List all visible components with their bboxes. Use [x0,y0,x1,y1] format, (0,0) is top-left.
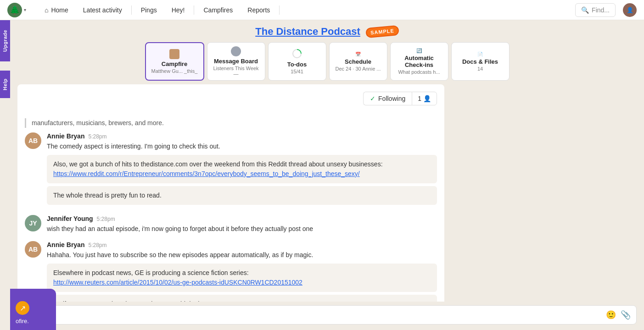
person-icon: 👤 [423,95,431,102]
help-tab[interactable]: Help [0,71,10,98]
project-title-row: The Distance Podcast SAMPLE [255,26,398,38]
message-header-annie-1: Annie Bryan 5:28pm [47,132,437,140]
avatar-jennifer-1: JY [25,215,41,231]
tab-message-board-label: Message Board [214,58,258,65]
message-annie-2: AB Annie Bryan 5:28pm Hahaha. You just h… [25,241,437,302]
logo-caret: ▾ [24,7,26,12]
message-text-annie-1: The comedy aspect is interesting. I'm go… [47,142,437,151]
nav-search[interactable]: 🔍 Find... [575,3,616,17]
time-jennifer-1: 5:28pm [97,216,115,222]
tool-tabs: Campfire Matthew Gu... _this_ Message Bo… [144,42,511,81]
time-annie-1: 5:28pm [88,133,106,140]
docs-icon: 📄 [477,52,483,57]
logo[interactable]: 🌲 ▾ [7,3,26,17]
chat-input-area: 😂 🙂 📎 [10,302,644,330]
project-title[interactable]: The Distance Podcast [255,26,360,38]
message-header-annie-2: Annie Bryan 5:28pm [47,241,437,248]
avatar-annie-2: AB [25,241,41,258]
nav-pings[interactable]: Pings [134,3,164,17]
help-label: Help [2,78,8,90]
todos-icon [292,49,302,60]
message-bubble-annie-2b: So if we ever wanted to pivot, maybe we … [47,295,437,302]
following-count[interactable]: 1 👤 [412,92,437,105]
message-bubble-annie-2a: Elsewhere in podcast news, GE is produci… [47,264,437,292]
tab-checkins-sub: What podcasts h... [398,69,440,75]
nav-hey[interactable]: Hey! [164,3,192,17]
tab-campfire-sub: Matthew Gu... _this_ [151,68,198,74]
upgrade-tab[interactable]: Upgrade [0,20,10,61]
message-content-annie-2: Annie Bryan 5:28pm Hahaha. You just have… [47,241,437,302]
author-jennifer-1: Jennifer Young [47,215,93,222]
reddit-link[interactable]: https://www.reddit.com/r/Entrepreneur/co… [53,170,360,177]
quote-message: manufacturers, musicians, brewers, and m… [25,118,437,128]
search-icon: 🔍 [581,6,589,14]
message-bubble-annie-1: Also, we got a bunch of hits to thedista… [47,155,437,183]
sample-badge: SAMPLE [365,25,399,38]
chat-container: ✓ Following 1 👤 manufacturers, musicians… [10,84,644,302]
left-sidebar: Upgrade Help [0,20,10,330]
reuters-link[interactable]: http://www.reuters.com/article/2015/10/0… [53,279,302,286]
message-header-jennifer-1: Jennifer Young 5:28pm [47,215,437,222]
logo-icon: 🌲 [7,3,22,17]
tab-message-board-sub: Listeners This Week — [213,66,259,77]
message-text-jennifer-1: wish they had an actual episode, i'm now… [47,224,437,234]
message-annie-1: AB Annie Bryan 5:28pm The comedy aspect … [25,132,437,208]
nav-reports[interactable]: Reports [240,3,277,17]
following-area: ✓ Following 1 👤 [17,84,444,113]
campfire-avatar [169,49,179,59]
main-content: The Distance Podcast SAMPLE Campfire Mat… [10,20,644,330]
time-annie-2: 5:28pm [88,242,106,248]
author-annie-1: Annie Bryan [47,132,84,140]
tab-docs[interactable]: 📄 Docs & Files 14 [451,42,510,81]
nav-campfires[interactable]: Campfires [196,3,240,17]
project-header: The Distance Podcast SAMPLE Campfire Mat… [10,20,644,81]
nav-divider-2 [194,6,194,15]
check-icon: ✓ [370,95,375,102]
tab-docs-sub: 14 [477,66,483,72]
tab-todos-label: To-dos [287,61,307,68]
tab-checkins[interactable]: 🔄 Automatic Check-ins What podcasts h... [390,42,448,81]
following-label: Following [378,95,405,102]
message-bubble-annie-1b: The whole thread is pretty fun to read. [47,186,437,205]
author-annie-2: Annie Bryan [47,241,84,248]
tab-docs-label: Docs & Files [462,58,498,65]
schedule-icon: 📅 [355,52,361,57]
message-jennifer-1: JY Jennifer Young 5:28pm wish they had a… [25,215,437,234]
tab-todos[interactable]: To-dos 15/41 [268,42,326,81]
message-content-jennifer-1: Jennifer Young 5:28pm wish they had an a… [47,215,437,234]
nav-items: ⌂ Home Latest activity Pings Hey! Campfi… [37,3,623,17]
chat-main: ✓ Following 1 👤 manufacturers, musicians… [17,84,444,302]
nav-home[interactable]: ⌂ Home [37,3,76,17]
tab-schedule-label: Schedule [345,58,371,65]
user-avatar[interactable]: 👤 [623,3,637,17]
attach-icon[interactable]: 📎 [621,310,631,320]
top-navigation: 🌲 ▾ ⌂ Home Latest activity Pings Hey! Ca… [0,0,644,20]
chat-input-field[interactable] [39,311,601,319]
avatar-annie-1: AB [25,132,41,149]
tab-todos-sub: 15/41 [291,69,303,74]
campfire-arrow-icon: ↗ [16,301,29,315]
following-number: 1 [418,95,421,102]
campfire-popup[interactable]: ↗ ofire. [10,289,56,330]
nav-divider-1 [131,6,132,15]
nav-divider-3 [279,6,280,15]
tab-checkins-label: Automatic Check-ins [396,55,442,68]
message-text-annie-2: Hahaha. You just have to subscribe so th… [47,250,437,260]
nav-latest-activity[interactable]: Latest activity [76,3,129,17]
chat-input-box: 😂 🙂 📎 [17,305,637,324]
campfire-popup-text: ofire. [16,318,29,324]
checkins-icon: 🔄 [416,48,422,53]
upgrade-label: Upgrade [2,30,8,52]
tab-schedule[interactable]: 📅 Schedule Dec 24 · 30 Annie ... [329,42,387,81]
tab-campfire[interactable]: Campfire Matthew Gu... _this_ [145,42,204,81]
message-content-annie-1: Annie Bryan 5:28pm The comedy aspect is … [47,132,437,208]
message-board-icon [231,46,241,56]
emoji-picker-icon[interactable]: 🙂 [606,310,616,320]
tab-message-board[interactable]: Message Board Listeners This Week — [207,42,265,81]
tab-campfire-label: Campfire [162,60,187,67]
home-icon: ⌂ [45,6,48,14]
tab-schedule-sub: Dec 24 · 30 Annie ... [335,66,381,72]
chat-messages[interactable]: manufacturers, musicians, brewers, and m… [17,113,444,302]
following-button[interactable]: ✓ Following [363,92,412,105]
